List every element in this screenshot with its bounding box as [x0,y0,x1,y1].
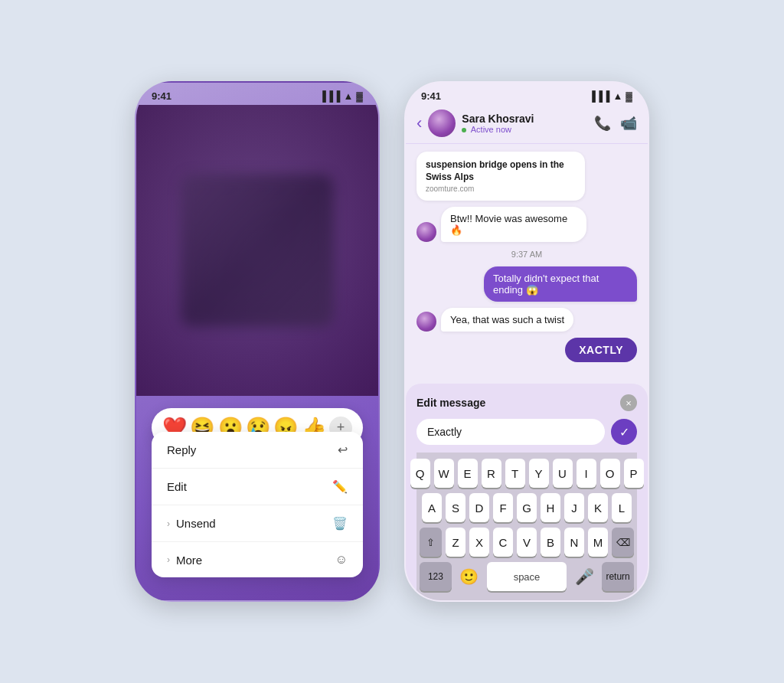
key-k[interactable]: K [588,493,608,522]
right-status-icons: ▐▐▐ ▲ ▓ [589,90,632,102]
header-info: Sara Khosravi Active now [462,113,588,134]
avatar-image [428,109,456,137]
context-menu: Reply ↩ Edit ✏️ › Unsend 🗑️ › More ☺ [152,432,363,577]
unsend-menu-item[interactable]: › Unsend 🗑️ [152,505,363,542]
key-z[interactable]: Z [446,528,466,557]
key-a[interactable]: A [422,493,442,522]
key-x[interactable]: X [469,528,489,557]
blurred-photo [181,174,334,327]
signal-icon: ▐▐▐ [319,90,341,102]
edit-menu-item[interactable]: Edit ✏️ [152,469,363,505]
incoming-movie-bubble: Btw!! Movie was awesome 🔥 [441,207,586,242]
mic-icon[interactable]: 🎤 [570,563,598,590]
key-b[interactable]: B [541,528,560,557]
blurred-background [136,105,378,396]
right-time: 9:41 [421,90,441,102]
key-l[interactable]: L [612,493,632,522]
bubble-avatar-2 [416,312,436,332]
edit-message-panel: Edit message × ✓ Q W E R T Y U I O P [406,384,648,600]
edit-message-input[interactable] [416,419,605,445]
key-i[interactable]: I [577,459,596,488]
key-t[interactable]: T [505,459,525,488]
unsend-icon: 🗑️ [332,516,348,531]
phone-call-icon[interactable]: 📞 [594,115,611,132]
battery-icon: ▓ [356,91,363,102]
keyboard-row-3: ⇧ Z X C V B N M ⌫ [420,528,634,557]
link-preview-bubble: suspension bridge opens in the Swiss Alp… [416,152,585,201]
keyboard: Q W E R T Y U I O P A S D F G H J K [416,453,637,600]
reply-menu-item[interactable]: Reply ↩ [152,432,363,469]
left-phone: 9:41 ▐▐▐ ▲ ▓ ❤️ 😆 😮 😢 😠 👍 + XACTLY Reply… [135,81,380,602]
key-w[interactable]: W [434,459,454,488]
key-j[interactable]: J [564,493,584,522]
key-h[interactable]: H [541,493,560,522]
right-battery-icon: ▓ [626,91,632,102]
close-edit-button[interactable]: × [620,394,637,411]
left-status-icons: ▐▐▐ ▲ ▓ [319,90,363,102]
more-label: More [176,554,202,567]
left-status-bar: 9:41 ▐▐▐ ▲ ▓ [136,83,378,105]
keyboard-row-1: Q W E R T Y U I O P [420,459,634,488]
backspace-key[interactable]: ⌫ [612,528,634,557]
key-e[interactable]: E [458,459,478,488]
emoji-keyboard-icon[interactable]: 🙂 [456,563,483,590]
space-key[interactable]: space [487,562,567,591]
unsend-label: Unsend [176,517,216,530]
contact-avatar [428,109,456,137]
key-f[interactable]: F [493,493,513,522]
right-wifi-icon: ▲ [612,90,622,102]
key-p[interactable]: P [624,459,644,488]
more-icon: ☺ [335,553,348,567]
key-g[interactable]: G [517,493,537,522]
xactly-bubble-right: XACTLY [565,338,637,362]
reply-label: Reply [167,443,196,456]
wifi-icon: ▲ [343,90,353,102]
key-v[interactable]: V [517,528,537,557]
link-url: zoomture.com [426,185,576,193]
time-label: 9:37 AM [416,250,637,259]
reply-icon: ↩ [338,443,348,457]
keyboard-row-2: A S D F G H J K L [420,493,634,522]
key-d[interactable]: D [469,493,489,522]
more-chevron: › [167,554,170,565]
bubble-avatar [416,222,436,242]
key-y[interactable]: Y [529,459,549,488]
header-actions: 📞 📹 [594,115,637,132]
edit-label: Edit [167,480,187,493]
unsend-chevron: › [167,518,170,529]
chat-header: ‹ Sara Khosravi Active now 📞 📹 [406,105,648,144]
online-indicator [462,128,466,132]
send-edit-button[interactable]: ✓ [611,419,637,445]
video-call-icon[interactable]: 📹 [620,115,637,132]
key-m[interactable]: M [588,528,608,557]
more-menu-item[interactable]: › More ☺ [152,542,363,577]
edit-icon: ✏️ [332,479,348,494]
edit-input-row: ✓ [416,419,637,445]
key-r[interactable]: R [482,459,501,488]
keyboard-bottom-row: 123 🙂 space 🎤 return [420,562,634,597]
key-u[interactable]: U [553,459,573,488]
incoming-twist-row: Yea, that was such a twist [416,308,637,332]
edit-panel-title: Edit message [416,397,485,409]
shift-key[interactable]: ⇧ [420,528,442,557]
back-button[interactable]: ‹ [416,113,422,133]
outgoing-ending-bubble: Totally didn't expect that ending 😱 [484,266,637,302]
right-phone: 9:41 ▐▐▐ ▲ ▓ ‹ Sara Khosravi Active now … [404,81,649,602]
key-s[interactable]: S [446,493,466,522]
numbers-key[interactable]: 123 [420,562,452,591]
incoming-movie-row: Btw!! Movie was awesome 🔥 [416,207,637,242]
edit-panel-header: Edit message × [416,394,637,411]
right-status-bar: 9:41 ▐▐▐ ▲ ▓ [406,83,648,105]
incoming-twist-bubble: Yea, that was such a twist [441,308,573,332]
chat-messages: suspension bridge opens in the Swiss Alp… [406,144,648,366]
key-n[interactable]: N [564,528,584,557]
contact-name: Sara Khosravi [462,113,588,125]
key-o[interactable]: O [600,459,620,488]
right-signal-icon: ▐▐▐ [589,90,610,102]
key-c[interactable]: C [493,528,513,557]
link-title: suspension bridge opens in the Swiss Alp… [426,159,576,183]
key-q[interactable]: Q [410,459,430,488]
left-time: 9:41 [152,90,172,102]
contact-status: Active now [462,125,588,134]
return-key[interactable]: return [602,562,634,591]
